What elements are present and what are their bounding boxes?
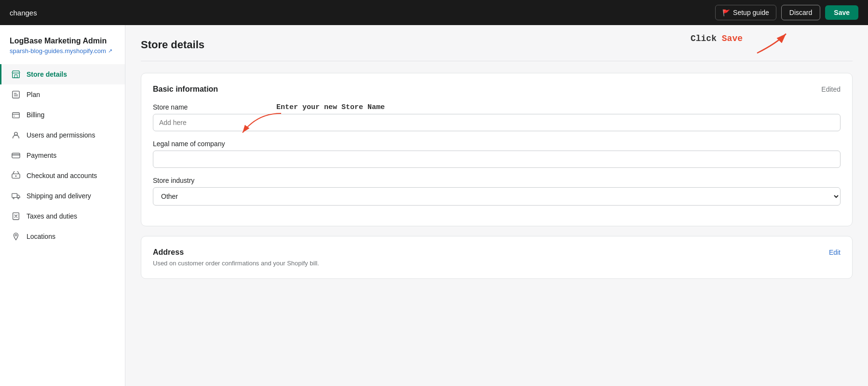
taxes-icon — [11, 211, 21, 221]
store-name-group: Store name — [153, 103, 841, 131]
sidebar-item-label: Payments — [27, 152, 56, 159]
sidebar-item-shipping[interactable]: Shipping and delivery — [0, 186, 125, 206]
shipping-icon — [11, 191, 21, 201]
sidebar-item-label: Billing — [27, 111, 44, 119]
sidebar-item-plan[interactable]: Plan — [0, 84, 125, 105]
svg-point-11 — [18, 198, 19, 199]
sidebar-item-billing[interactable]: Billing — [0, 105, 125, 125]
sidebar-item-store-details[interactable]: Store details — [0, 64, 125, 84]
legal-name-group: Legal name of company — [153, 140, 841, 168]
store-icon — [11, 69, 21, 79]
address-card: Address Edit Used on customer order conf… — [141, 236, 853, 279]
discard-button[interactable]: Discard — [781, 5, 820, 20]
sidebar-item-users[interactable]: Users and permissions — [0, 125, 125, 145]
address-card-title: Address — [153, 248, 184, 257]
legal-name-label: Legal name of company — [153, 140, 841, 148]
store-name-label: Store name — [153, 103, 841, 111]
card-header: Basic information Edited — [153, 85, 841, 94]
svg-rect-0 — [13, 73, 19, 78]
sidebar-item-locations[interactable]: Locations — [0, 226, 125, 247]
flag-icon: 🚩 — [722, 9, 730, 16]
store-industry-group: Store industry Other Apparel & Fashion E… — [153, 177, 841, 206]
page-divider — [141, 61, 853, 61]
store-industry-label: Store industry — [153, 177, 841, 184]
sidebar-item-label: Locations — [27, 233, 55, 240]
sidebar-item-label: Plan — [27, 91, 40, 98]
address-edit-link[interactable]: Edit — [829, 248, 841, 256]
svg-point-8 — [15, 176, 17, 177]
sidebar-item-taxes[interactable]: Taxes and duties — [0, 206, 125, 226]
plan-icon — [11, 90, 21, 99]
sidebar-item-label: Checkout and accounts — [27, 172, 97, 179]
sidebar-nav: Store details Plan — [0, 64, 125, 247]
sidebar-store-name: LogBase Marketing Admin — [0, 37, 125, 47]
sidebar: LogBase Marketing Admin sparsh-blog-guid… — [0, 25, 125, 386]
payments-icon — [11, 151, 21, 160]
sidebar-item-checkout[interactable]: Checkout and accounts — [0, 165, 125, 186]
store-industry-select[interactable]: Other Apparel & Fashion Electronics Heal… — [153, 187, 841, 206]
edited-status: Edited — [821, 85, 841, 93]
address-description: Used on customer order confirmations and… — [153, 260, 841, 267]
main-content: Store details Basic information Edited E… — [125, 25, 868, 386]
page-title: Store details — [141, 39, 853, 51]
svg-rect-6 — [12, 153, 20, 158]
topbar-title: changes — [10, 9, 37, 17]
save-button[interactable]: Save — [825, 5, 858, 20]
address-card-header: Address Edit — [153, 248, 841, 257]
layout: LogBase Marketing Admin sparsh-blog-guid… — [0, 25, 868, 386]
sidebar-item-label: Store details — [27, 70, 67, 78]
billing-icon — [11, 110, 21, 120]
sidebar-item-label: Taxes and duties — [27, 212, 77, 220]
users-icon — [11, 130, 21, 140]
topbar: changes 🚩 Setup guide Discard Save — [0, 0, 868, 25]
svg-point-13 — [15, 234, 17, 236]
locations-icon — [11, 232, 21, 241]
svg-rect-3 — [13, 113, 19, 118]
legal-name-input[interactable] — [153, 151, 841, 168]
sidebar-item-payments[interactable]: Payments — [0, 145, 125, 165]
svg-point-4 — [14, 116, 15, 117]
topbar-actions: 🚩 Setup guide Discard Save — [715, 5, 858, 20]
external-link-icon: ↗ — [108, 48, 112, 54]
basic-info-card: Basic information Edited Enter your new … — [141, 73, 853, 226]
basic-info-title: Basic information — [153, 85, 218, 94]
svg-point-10 — [13, 198, 14, 199]
store-name-input[interactable] — [153, 114, 841, 131]
svg-rect-9 — [12, 193, 17, 197]
setup-guide-button[interactable]: 🚩 Setup guide — [715, 5, 776, 20]
checkout-icon — [11, 171, 21, 180]
sidebar-item-label: Users and permissions — [27, 131, 95, 139]
svg-rect-1 — [14, 75, 17, 78]
sidebar-store-url[interactable]: sparsh-blog-guides.myshopify.com ↗ — [0, 47, 125, 64]
sidebar-item-label: Shipping and delivery — [27, 192, 91, 200]
